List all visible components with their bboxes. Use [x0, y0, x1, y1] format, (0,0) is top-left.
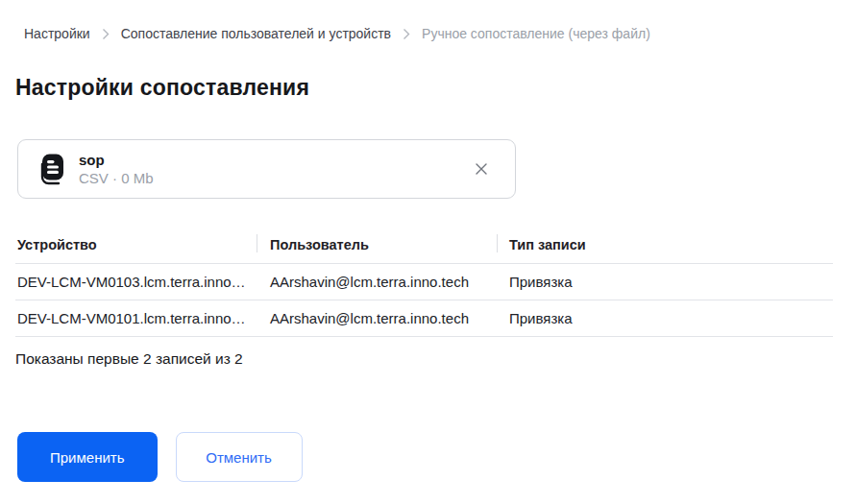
remove-file-button[interactable]: [469, 156, 494, 181]
apply-button[interactable]: Применить: [17, 432, 158, 482]
chevron-right-icon: [403, 28, 410, 40]
column-header-device: Устройство: [15, 233, 257, 264]
close-icon: [473, 166, 490, 180]
table-row: DEV-LCM-VM0103.lcm.terra.inno.tech AArsh…: [15, 264, 833, 300]
device-cell: DEV-LCM-VM0103.lcm.terra.inno.tech: [15, 264, 257, 300]
cancel-button[interactable]: Отменить: [176, 432, 303, 482]
user-cell: AArshavin@lcm.terra.inno.tech: [257, 300, 497, 337]
breadcrumb: Настройки Сопоставление пользователей и …: [0, 0, 856, 42]
records-summary: Показаны первые 2 записей из 2: [15, 349, 856, 368]
file-meta: CSV · 0 Mb: [79, 170, 154, 187]
breadcrumb-item-manual-mapping: Ручное сопоставление (через файл): [422, 26, 650, 42]
record-type-cell: Привязка: [497, 300, 833, 337]
uploaded-file-card: sop CSV · 0 Mb: [17, 139, 516, 199]
action-buttons: Применить Отменить: [17, 432, 856, 482]
document-stack-icon: [36, 152, 67, 187]
file-name: sop: [79, 152, 154, 169]
file-info: sop CSV · 0 Mb: [79, 152, 154, 187]
breadcrumb-item-mapping[interactable]: Сопоставление пользователей и устройств: [121, 26, 391, 42]
table-row: DEV-LCM-VM0101.lcm.terra.inno.tech AArsh…: [15, 300, 833, 337]
column-header-user: Пользователь: [257, 233, 497, 264]
device-cell: DEV-LCM-VM0101.lcm.terra.inno.tech: [15, 300, 257, 337]
record-type-cell: Привязка: [497, 264, 833, 300]
column-header-record-type: Тип записи: [497, 233, 833, 264]
user-cell: AArshavin@lcm.terra.inno.tech: [257, 264, 497, 300]
page-title: Настройки сопоставления: [15, 75, 856, 101]
table-header-row: Устройство Пользователь Тип записи: [15, 233, 833, 264]
breadcrumb-item-settings[interactable]: Настройки: [24, 26, 90, 42]
chevron-right-icon: [102, 28, 110, 40]
mapping-table: Устройство Пользователь Тип записи DEV-L…: [15, 233, 833, 337]
